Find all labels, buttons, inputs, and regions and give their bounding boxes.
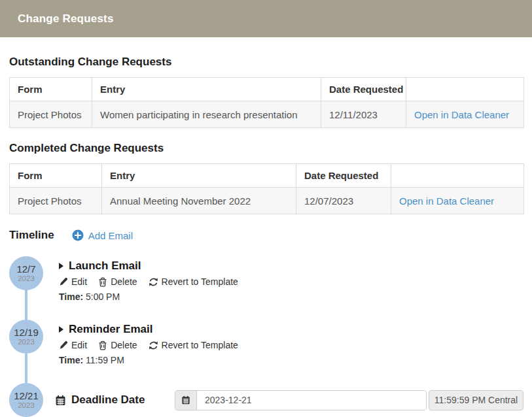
revert-to-template-button[interactable]: Revert to Template	[149, 276, 238, 287]
calendar-icon	[55, 395, 66, 406]
badge-year: 2023	[18, 338, 35, 346]
date-badge: 12/7 2023	[9, 256, 43, 290]
event-content: Reminder Email Edit Delete	[59, 320, 238, 383]
time-label: Time:	[59, 355, 83, 365]
revert-label: Revert to Template	[162, 276, 238, 287]
completed-heading: Completed Change Requests	[9, 128, 523, 155]
cell-entry: Women participating in research presenta…	[92, 101, 321, 128]
delete-button[interactable]: Delete	[98, 340, 137, 350]
edit-button[interactable]: Edit	[59, 340, 87, 350]
col-header-actions	[391, 164, 524, 188]
cell-action: Open in Data Cleaner	[406, 101, 524, 128]
date-badge: 12/19 2023	[9, 320, 43, 354]
trash-icon	[98, 277, 107, 287]
table-row: Project Photos Women participating in re…	[10, 101, 524, 128]
pencil-icon	[59, 341, 68, 350]
event-title: Reminder Email	[69, 323, 153, 336]
event-actions: Edit Delete Revert to Template	[59, 276, 238, 287]
event-content: Launch Email Edit Delete	[59, 256, 238, 320]
cell-date: 12/11/2023	[321, 101, 406, 128]
refresh-icon	[149, 277, 158, 287]
table-row: Project Photos Annual Meeting November 2…	[10, 188, 524, 214]
add-email-button[interactable]: Add Email	[72, 229, 133, 241]
timeline-item-launch-email: 12/7 2023 Launch Email Edit	[9, 256, 523, 320]
cell-entry: Annual Meeting November 2022	[102, 188, 296, 214]
badge-year: 2023	[18, 275, 35, 283]
revert-label: Revert to Template	[162, 340, 238, 350]
deadline-date-input[interactable]	[197, 391, 426, 410]
event-title-toggle[interactable]: Reminder Email	[59, 323, 238, 336]
event-title-toggle[interactable]: Launch Email	[59, 259, 238, 273]
col-header-actions	[406, 78, 524, 101]
outstanding-heading: Outstanding Change Requests	[9, 37, 523, 69]
deadline-time-display: 11:59:59 PM Central	[429, 390, 523, 410]
main-content: Outstanding Change Requests Form Entry D…	[0, 37, 532, 417]
time-value: 5:00 PM	[86, 292, 120, 302]
caret-right-icon	[59, 263, 63, 269]
cell-form: Project Photos	[10, 101, 92, 128]
deadline-title-label: Deadline Date	[71, 393, 145, 407]
event-actions: Edit Delete Revert to Template	[59, 340, 238, 350]
revert-to-template-button[interactable]: Revert to Template	[149, 340, 238, 350]
cell-date: 12/07/2023	[296, 188, 391, 214]
cell-form: Project Photos	[10, 188, 102, 214]
add-email-label: Add Email	[88, 230, 133, 241]
col-header-date-requested: Date Requested	[321, 78, 406, 101]
delete-button[interactable]: Delete	[98, 276, 137, 287]
date-badge: 12/21 2023	[9, 383, 43, 417]
date-input-group	[175, 390, 427, 410]
timeline: 12/7 2023 Launch Email Edit	[9, 256, 523, 417]
pencil-icon	[59, 277, 68, 286]
deadline-inputs: 11:59:59 PM Central	[175, 390, 523, 410]
timeline-item-deadline: 12/21 2023 Deadline Date 11	[9, 383, 523, 417]
edit-label: Edit	[71, 340, 87, 350]
edit-button[interactable]: Edit	[59, 276, 87, 287]
completed-table: Form Entry Date Requested Project Photos…	[9, 163, 524, 214]
event-time: Time: 11:59 PM	[59, 355, 238, 365]
event-title: Launch Email	[69, 259, 141, 273]
plus-circle-icon	[72, 229, 84, 241]
outstanding-table: Form Entry Date Requested Project Photos…	[9, 77, 524, 128]
table-header-row: Form Entry Date Requested	[10, 78, 524, 101]
deadline-title: Deadline Date	[55, 393, 175, 407]
title-bar: Change Requests	[0, 0, 532, 37]
badge-date: 12/7	[16, 263, 35, 275]
badge-year: 2023	[18, 401, 35, 410]
edit-label: Edit	[71, 276, 87, 287]
delete-label: Delete	[111, 276, 137, 287]
timeline-item-reminder-email: 12/19 2023 Reminder Email Edit	[9, 320, 523, 383]
cell-action: Open in Data Cleaner	[391, 188, 524, 214]
delete-label: Delete	[111, 340, 137, 350]
page-title: Change Requests	[18, 12, 114, 25]
col-header-form: Form	[10, 78, 92, 101]
caret-right-icon	[59, 326, 63, 333]
refresh-icon	[149, 341, 158, 350]
col-header-date-requested: Date Requested	[296, 164, 391, 188]
event-time: Time: 5:00 PM	[59, 292, 238, 302]
open-in-data-cleaner-link[interactable]: Open in Data Cleaner	[399, 195, 494, 207]
time-value: 11:59 PM	[86, 355, 124, 365]
badge-date: 12/19	[14, 327, 39, 338]
open-in-data-cleaner-link[interactable]: Open in Data Cleaner	[414, 109, 509, 120]
timeline-heading: Timeline	[9, 229, 54, 242]
col-header-form: Form	[10, 164, 102, 188]
badge-date: 12/21	[14, 390, 39, 401]
col-header-entry: Entry	[92, 78, 321, 101]
timeline-header: Timeline Add Email	[9, 214, 523, 242]
datepicker-button[interactable]	[175, 391, 197, 410]
table-header-row: Form Entry Date Requested	[10, 164, 524, 188]
trash-icon	[98, 341, 107, 350]
col-header-entry: Entry	[102, 164, 296, 188]
calendar-icon	[181, 395, 190, 405]
time-label: Time:	[59, 292, 83, 302]
